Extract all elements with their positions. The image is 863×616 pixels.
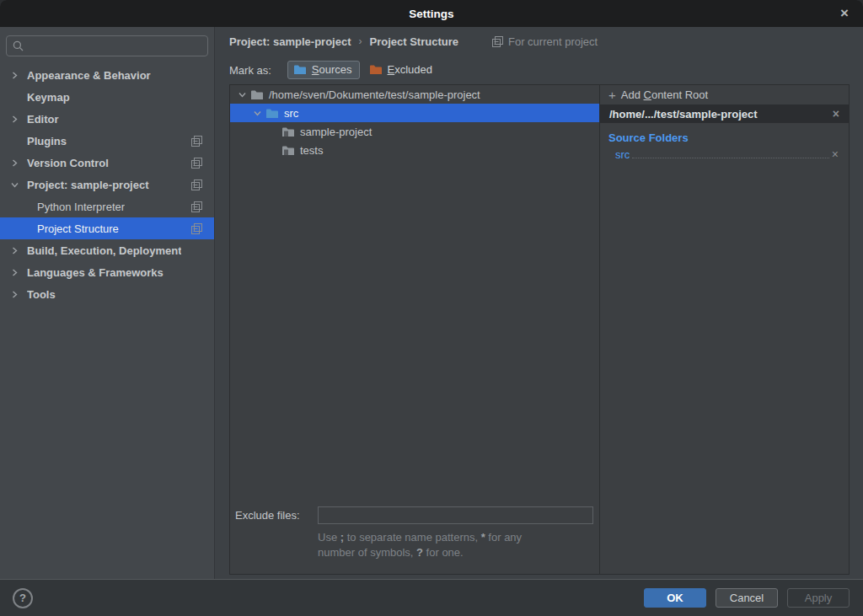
tree-row-content-root[interactable]: /home/sven/Dokumente/test/sample-project	[230, 85, 599, 104]
chevron-right-icon	[11, 159, 27, 167]
add-content-root-button[interactable]: + Add Content Root	[600, 85, 849, 104]
mark-as-row: Mark as: Sources Excluded	[215, 56, 863, 84]
sidebar-item-label: Project Structure	[37, 222, 119, 235]
remove-source-folder-icon[interactable]: ×	[832, 148, 839, 160]
exclude-files-label: Exclude files:	[235, 509, 318, 522]
help-icon: ?	[19, 592, 26, 604]
directory-tree: /home/sven/Dokumente/test/sample-project…	[230, 85, 600, 574]
settings-sidebar: Appearance & Behavior Keymap Editor Plug…	[0, 27, 215, 579]
dotted-leader	[632, 158, 828, 158]
per-project-settings-icon	[191, 136, 202, 147]
sidebar-list: Appearance & Behavior Keymap Editor Plug…	[0, 64, 214, 305]
main-panel: Project: sample-project › Project Struct…	[215, 27, 863, 579]
sidebar-item-label: Python Interpreter	[37, 201, 125, 213]
tree-row-label: src	[284, 107, 298, 120]
content-roots-pane: + Add Content Root /home/.../test/sample…	[600, 85, 849, 574]
folder-excluded-icon	[369, 64, 383, 75]
breadcrumb-separator: ›	[359, 35, 362, 47]
cancel-button[interactable]: Cancel	[716, 588, 778, 608]
per-project-settings-icon	[191, 179, 202, 190]
breadcrumb-project[interactable]: Project: sample-project	[229, 35, 351, 48]
source-folder-item[interactable]: src ×	[600, 146, 849, 163]
chevron-right-icon	[11, 291, 27, 298]
per-project-settings-icon	[191, 223, 202, 234]
chevron-right-icon	[11, 115, 27, 123]
sidebar-item-appearance-behavior[interactable]: Appearance & Behavior	[0, 64, 214, 86]
ok-button[interactable]: OK	[644, 588, 706, 608]
apply-button: Apply	[787, 588, 850, 608]
tree-row-tests[interactable]: tests	[230, 141, 599, 159]
title-bar: Settings ×	[0, 0, 863, 27]
search-field-wrap	[6, 35, 208, 56]
breadcrumb-page: Project Structure	[370, 35, 458, 48]
folder-sources-icon	[293, 64, 307, 75]
source-folders-title: Source Folders	[600, 129, 849, 146]
exclude-files-section: Exclude files: Use ; to separate name pa…	[230, 506, 599, 574]
sidebar-item-version-control[interactable]: Version Control	[0, 152, 214, 174]
folder-icon	[281, 126, 295, 137]
sidebar-item-label: Version Control	[27, 157, 109, 169]
sidebar-item-label: Tools	[27, 288, 56, 301]
settings-dialog: Settings × Appearance & Behavior Keyma	[0, 0, 863, 616]
sidebar-item-label: Build, Execution, Deployment	[27, 244, 181, 257]
project-structure-panel: /home/sven/Dokumente/test/sample-project…	[229, 84, 850, 575]
mark-as-excluded-button[interactable]: Excluded	[363, 61, 440, 79]
chevron-down-icon	[11, 181, 27, 189]
tree-row-src[interactable]: src	[230, 104, 599, 122]
sidebar-item-plugins[interactable]: Plugins	[0, 130, 214, 152]
tree-row-label: /home/sven/Dokumente/test/sample-project	[269, 88, 480, 101]
settings-search-input[interactable]	[6, 35, 208, 56]
tree-row-label: tests	[300, 144, 323, 157]
sidebar-item-build-execution-deployment[interactable]: Build, Execution, Deployment	[0, 239, 214, 261]
sidebar-item-project-structure[interactable]: Project Structure	[0, 217, 214, 239]
sidebar-item-label: Editor	[27, 113, 59, 126]
sidebar-item-label: Project: sample-project	[27, 179, 149, 191]
for-current-project-note: For current project	[492, 35, 598, 48]
dialog-title: Settings	[409, 8, 453, 20]
for-current-project-label: For current project	[508, 35, 598, 48]
per-project-settings-icon	[191, 201, 202, 212]
source-folder-icon	[265, 108, 279, 119]
search-icon	[13, 40, 24, 51]
breadcrumb: Project: sample-project › Project Struct…	[215, 27, 863, 56]
source-folder-name: src	[615, 148, 630, 161]
folder-icon	[281, 145, 295, 156]
sidebar-item-label: Languages & Frameworks	[27, 266, 163, 279]
chevron-down-icon	[234, 91, 250, 99]
sidebar-item-python-interpreter[interactable]: Python Interpreter	[0, 196, 214, 217]
content-root-item[interactable]: /home/.../test/sample-project ×	[600, 104, 849, 123]
close-icon[interactable]: ×	[834, 0, 855, 27]
per-project-settings-icon	[191, 158, 202, 169]
sidebar-item-project-sample-project[interactable]: Project: sample-project	[0, 174, 214, 196]
tree-row-label: sample-project	[300, 126, 372, 138]
per-project-settings-icon	[492, 36, 503, 47]
help-button[interactable]: ?	[13, 588, 33, 608]
sidebar-item-keymap[interactable]: Keymap	[0, 86, 214, 108]
chevron-right-icon	[11, 269, 27, 276]
content-root-path: /home/.../test/sample-project	[609, 108, 758, 121]
sidebar-item-languages-frameworks[interactable]: Languages & Frameworks	[0, 261, 214, 283]
sidebar-item-tools[interactable]: Tools	[0, 283, 214, 305]
chevron-right-icon	[11, 72, 27, 79]
chevron-right-icon	[11, 247, 27, 254]
dialog-footer: ? OK Cancel Apply	[0, 579, 863, 616]
chevron-down-icon	[249, 110, 265, 117]
plus-icon: +	[608, 88, 616, 102]
exclude-files-input[interactable]	[318, 506, 593, 524]
folder-icon	[250, 89, 264, 100]
tree-row-sample-project[interactable]: sample-project	[230, 122, 599, 141]
remove-content-root-icon[interactable]: ×	[833, 108, 839, 120]
mark-as-sources-button[interactable]: Sources	[287, 61, 360, 79]
exclude-files-hint: Use ; to separate name patterns, * for a…	[318, 530, 599, 560]
sidebar-item-label: Appearance & Behavior	[27, 69, 151, 82]
sidebar-item-label: Keymap	[27, 91, 70, 104]
mark-as-label: Mark as:	[229, 64, 271, 77]
sidebar-item-label: Plugins	[27, 135, 67, 147]
sidebar-item-editor[interactable]: Editor	[0, 108, 214, 130]
